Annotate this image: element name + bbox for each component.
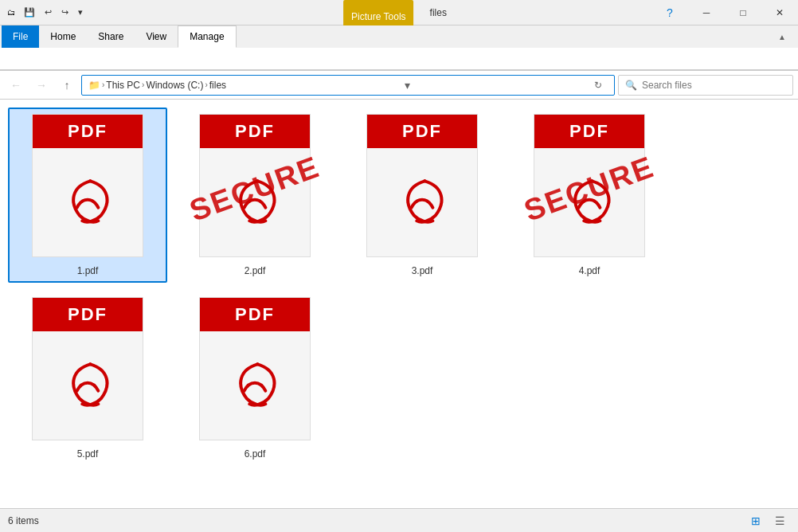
window-title: files — [422, 7, 455, 18]
file-name-label: 3.pdf — [412, 265, 433, 276]
file-name-label: 6.pdf — [244, 448, 266, 460]
pdf-file-icon: PDF — [24, 297, 151, 445]
breadcrumb: 📁 › This PC › Windows (C:) › files — [88, 80, 226, 91]
breadcrumb-files[interactable]: files — [209, 80, 226, 91]
page-body: PDF SECURE — [534, 114, 645, 257]
list-item[interactable]: PDF 3.pdf — [342, 108, 502, 283]
title-bar: 🗂 💾 ↩ ↪ ▾ Picture Tools files ? ─ □ ✕ — [0, 0, 798, 25]
list-item[interactable]: PDF SECURE4.pdf — [510, 108, 669, 283]
pdf-file-icon: PDF SECURE — [191, 114, 319, 262]
file-name-label: 2.pdf — [244, 265, 266, 276]
ribbon-tabs: File Home Share View Manage ▲ — [0, 25, 798, 48]
back-button[interactable]: ← — [5, 74, 27, 96]
title-bar-left: 🗂 💾 ↩ ↪ ▾ — [0, 6, 86, 19]
ribbon-collapse-button[interactable]: ▲ — [771, 25, 793, 48]
address-bar[interactable]: 📁 › This PC › Windows (C:) › files ▾ ↻ — [81, 75, 615, 96]
maximize-button[interactable]: □ — [725, 0, 761, 25]
list-item[interactable]: PDF 5.pdf — [8, 291, 167, 466]
title-bar-title: Picture Tools files — [343, 0, 455, 25]
quick-access-redo[interactable]: ↪ — [58, 6, 72, 19]
search-icon: 🔍 — [625, 80, 637, 91]
minimize-button[interactable]: ─ — [688, 0, 725, 25]
quick-access-undo[interactable]: ↩ — [41, 6, 55, 19]
page-body: PDF — [32, 297, 143, 440]
page-body: PDF SECURE — [199, 114, 311, 257]
pdf-label: PDF — [200, 298, 310, 331]
list-item[interactable]: PDF 6.pdf — [175, 291, 334, 466]
pdf-file-icon: PDF SECURE — [526, 114, 653, 262]
page-body: PDF — [199, 297, 311, 440]
view-controls: ⊞ ☰ — [745, 512, 790, 530]
pdf-label: PDF — [367, 115, 477, 148]
pdf-file-icon: PDF — [191, 297, 319, 445]
file-name-label: 1.pdf — [77, 265, 99, 276]
picture-tools-tab[interactable]: Picture Tools — [343, 0, 413, 25]
quick-access-dropdown[interactable]: ▾ — [75, 6, 86, 19]
page-body: PDF — [32, 114, 143, 257]
search-bar[interactable]: 🔍 — [618, 75, 793, 96]
large-icons-view-button[interactable]: ⊞ — [745, 512, 766, 530]
breadcrumb-this-pc[interactable]: This PC — [106, 80, 140, 91]
pdf-file-icon: PDF — [358, 114, 486, 262]
tab-share[interactable]: Share — [87, 25, 135, 48]
address-dropdown-button[interactable]: ▾ — [398, 76, 417, 95]
address-bar-area: ← → ↑ 📁 › This PC › Windows (C:) › files… — [0, 71, 798, 100]
search-input[interactable] — [642, 80, 786, 91]
pdf-label: PDF — [33, 298, 143, 331]
quick-access-save[interactable]: 💾 — [21, 6, 38, 19]
pdf-label: PDF — [534, 115, 644, 148]
forward-button[interactable]: → — [30, 74, 53, 96]
list-item[interactable]: PDF 1.pdf — [8, 108, 167, 283]
file-name-label: 4.pdf — [579, 265, 600, 276]
refresh-button[interactable]: ↻ — [589, 76, 608, 95]
list-item[interactable]: PDF SECURE2.pdf — [175, 108, 334, 283]
close-button[interactable]: ✕ — [761, 0, 798, 25]
ribbon-content — [0, 48, 798, 70]
main-content: PDF 1.pdfPDF SECURE2.pdfPDF — [0, 100, 798, 509]
tab-manage[interactable]: Manage — [178, 25, 236, 48]
adobe-logo — [227, 331, 283, 440]
item-count: 6 items — [8, 515, 39, 526]
page-body: PDF — [366, 114, 478, 257]
pdf-label: PDF — [33, 115, 143, 148]
pdf-label: PDF — [200, 115, 310, 148]
adobe-logo — [60, 331, 115, 440]
up-button[interactable]: ↑ — [56, 74, 78, 96]
ribbon: File Home Share View Manage ▲ — [0, 25, 798, 71]
title-bar-controls: ? ─ □ ✕ — [651, 0, 798, 25]
tab-file[interactable]: File — [2, 25, 39, 48]
breadcrumb-windows-c[interactable]: Windows (C:) — [146, 80, 203, 91]
pdf-file-icon: PDF — [24, 114, 151, 262]
file-name-label: 5.pdf — [77, 448, 99, 460]
tab-home[interactable]: Home — [39, 25, 87, 48]
app-icon: 🗂 — [5, 6, 18, 19]
status-bar: 6 items ⊞ ☰ — [0, 508, 798, 532]
adobe-logo — [227, 148, 283, 256]
breadcrumb-folder-icon: 📁 — [88, 80, 100, 91]
help-button[interactable]: ? — [651, 0, 688, 25]
tab-view[interactable]: View — [135, 25, 178, 48]
adobe-logo — [394, 148, 450, 256]
adobe-logo — [60, 148, 115, 256]
details-view-button[interactable]: ☰ — [769, 512, 790, 530]
adobe-logo — [561, 148, 617, 256]
